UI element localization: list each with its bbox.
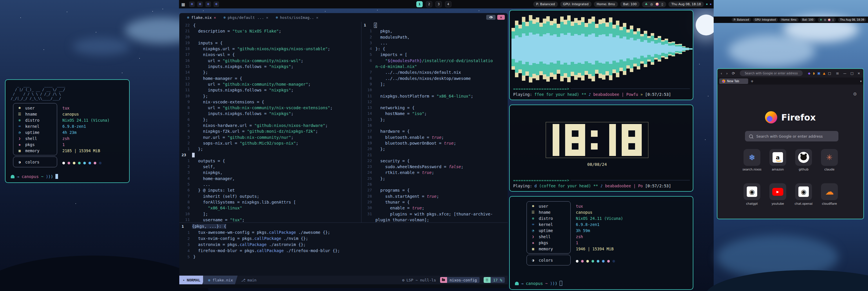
clock-date-pill: Thu Aug 08, 18:39 — [838, 18, 866, 22]
star — [162, 9, 163, 9]
taskbar-app-icon[interactable]: ❖ — [206, 1, 211, 7]
menu-button[interactable]: ≡ — [835, 71, 840, 76]
editor-pane-left[interactable]: 22{21 description = "tux's NixOS Flake";… — [179, 22, 361, 223]
shortcut-tile-claude[interactable]: ✳claude — [821, 149, 838, 166]
second-top-bar: P: BalancedGPU: IntegratedHome: 6msBat: … — [714, 17, 868, 23]
prompt-chevrons: ))) — [550, 281, 557, 286]
tabs-chevron-icon[interactable]: ▾ — [860, 80, 862, 83]
shortcut-tile-search-nixos[interactable]: ❄search.nixos — [744, 149, 761, 166]
reload-button[interactable]: ⟳ — [731, 71, 736, 76]
metamask-fox-icon[interactable]: ▲ — [823, 71, 825, 75]
now-playing: Playing:ffee for your head) **♪beabadoob… — [513, 92, 690, 97]
maximize-button[interactable]: □ — [849, 71, 854, 75]
folder-icon — [440, 277, 447, 283]
wave-bar — [574, 18, 578, 80]
tab-close-icon[interactable]: × — [214, 16, 216, 20]
editor-pane-right[interactable]: 1{1 pkgs,2 modulesPath,3 ...4}: {5 impor… — [362, 22, 508, 223]
code-line: 2 tux-nvim-config = pkgs.callPackage ./n… — [179, 235, 508, 242]
bitwarden-icon[interactable]: ▣ — [817, 71, 820, 75]
shortcut-tile-amazon[interactable]: aamazon — [769, 149, 786, 166]
taskbar-app-icon[interactable]: ❖ — [189, 1, 195, 7]
uptime-icon: ◔ — [531, 229, 535, 233]
code-line: 4 firefox-mod-blur = pkgs.callPackage ./… — [179, 248, 508, 254]
wave-bar — [602, 18, 606, 80]
color-dot — [576, 260, 579, 263]
workspace-4[interactable]: 4 — [445, 1, 452, 7]
workspace-2[interactable]: 2 — [426, 1, 432, 7]
code-text: url = "github:nix-community/home-manager… — [193, 81, 311, 87]
status-pill: Home: 6ms — [779, 18, 799, 22]
url-bar[interactable]: Search with Google or enter address — [740, 70, 803, 76]
forward-button[interactable]: › — [725, 71, 728, 76]
wave-bar — [515, 21, 519, 77]
palette-icon: ◑ — [531, 258, 535, 262]
fetch-colors-box: ◑colors — [13, 156, 57, 167]
color-dot — [592, 260, 594, 263]
close-button[interactable]: × — [857, 71, 861, 75]
taskbar-app-icon[interactable]: ❖ — [214, 1, 219, 7]
editor-tab-hosts-isoImag-[interactable]: ❆hosts/isoImag..× — [272, 13, 322, 22]
shortcut-tile-youtube[interactable]: ▶youtube — [769, 183, 786, 200]
shortcut-tile-chatgpt[interactable]: ◉chatgpt — [744, 183, 761, 200]
code-line: 1 tux-awesome-wm-config = pkgs.callPacka… — [179, 229, 508, 235]
chevron: ) — [555, 281, 557, 286]
neovim-window[interactable]: ❆flake.nix×❆pkgs/default ...×❆hosts/isoI… — [179, 13, 508, 288]
shell-prompt[interactable]: → canopus ~ ))) — [515, 281, 562, 286]
terminal-right[interactable]: ☻user☰hname❆distro⌨kernel◔uptime❯shell◈p… — [509, 196, 693, 290]
clock-window[interactable]: 08/08/24 =====================> Playing:… — [509, 105, 693, 192]
shortcut-tile-github[interactable]: github — [795, 149, 812, 166]
line-number: 14 — [179, 69, 193, 75]
star — [325, 11, 326, 11]
fetch-values: tuxcanopusNixOS 24.11 (Vicuna)6.9.8-zen1… — [62, 103, 110, 167]
taskbar-app-icon[interactable]: ❖ — [197, 1, 203, 7]
wave-bar — [553, 19, 557, 79]
fetch-label-row: ❆distro — [13, 117, 57, 123]
back-button[interactable]: ‹ — [720, 71, 723, 76]
workspace-1[interactable]: 1 — [416, 1, 423, 7]
code-text: rtkit.enable = true; — [375, 170, 434, 175]
extension-orange-icon[interactable]: ◗ — [813, 71, 815, 75]
workspace-3[interactable]: 3 — [435, 1, 442, 7]
shortcut-tile-cloudflare[interactable]: ☁cloudflare — [821, 183, 838, 200]
shortcut-tile-chat-openai[interactable]: ◉chat.openai — [795, 183, 812, 200]
tab-close-icon[interactable]: × — [316, 16, 318, 20]
terminal-left[interactable]: _ ___ ____ ____ / |/ (_)_ __ / __ \/ __/… — [5, 79, 130, 183]
editor-pane-bottom[interactable]: 1{pkgs, ...}: {1 tux-awesome-wm-config =… — [179, 223, 508, 275]
code-line: 23 — [179, 152, 361, 158]
wave-bar — [519, 25, 522, 73]
extension-purple-diamond-icon[interactable]: ◆ — [808, 71, 810, 75]
workspaces: 1234 — [416, 1, 452, 7]
fetch-label: hname — [539, 210, 551, 214]
tab-close-icon[interactable]: × — [266, 16, 268, 20]
clock-digit — [553, 124, 559, 156]
tab-label: pkgs/default ... — [228, 16, 264, 20]
minimize-button[interactable]: — — [842, 71, 847, 75]
wave-bar — [557, 24, 560, 74]
firefox-window[interactable]: ‹ › ⟳ Search with Google or enter addres… — [717, 68, 864, 219]
line-number: 7 — [179, 194, 193, 199]
color-dots — [576, 258, 623, 264]
tty-clock — [546, 122, 648, 158]
prompt-arrow: → — [521, 281, 523, 286]
visualizer-window[interactable]: =====================> Playing:ffee for … — [509, 10, 693, 100]
star — [479, 10, 479, 11]
line-number: 16 — [179, 58, 193, 64]
code-line: 3 nur.url = "github:nix-community/nur"; — [179, 135, 361, 140]
code-line: 12 url = "github:nix-community/home-mana… — [179, 81, 361, 87]
fetch-label-row: ⌨kernel — [527, 221, 570, 227]
tab-new-tab[interactable]: New Tab — [719, 79, 748, 84]
eye-button[interactable] — [486, 15, 496, 20]
editor-tab-flake-nix[interactable]: ❆flake.nix× — [183, 13, 220, 22]
extension-outline-icon[interactable]: □ — [828, 71, 831, 75]
search-bar[interactable]: Search with Google or enter address — [745, 131, 838, 141]
settings-gear-icon[interactable]: ⚙ — [853, 91, 857, 97]
window-close-button[interactable]: × — [497, 15, 505, 20]
system-tray: ♣◎▯ — [818, 18, 836, 22]
new-tab-button[interactable]: + — [750, 79, 754, 83]
shell-prompt[interactable]: → canopus ~ ))) — [11, 174, 58, 179]
menu-icon[interactable]: ▦ — [181, 2, 185, 7]
editor-tab-pkgs-default-[interactable]: ❆pkgs/default ...× — [220, 13, 272, 22]
cloud — [72, 38, 130, 55]
editor-cursor — [192, 153, 195, 157]
fetch-label: memory — [25, 148, 39, 153]
